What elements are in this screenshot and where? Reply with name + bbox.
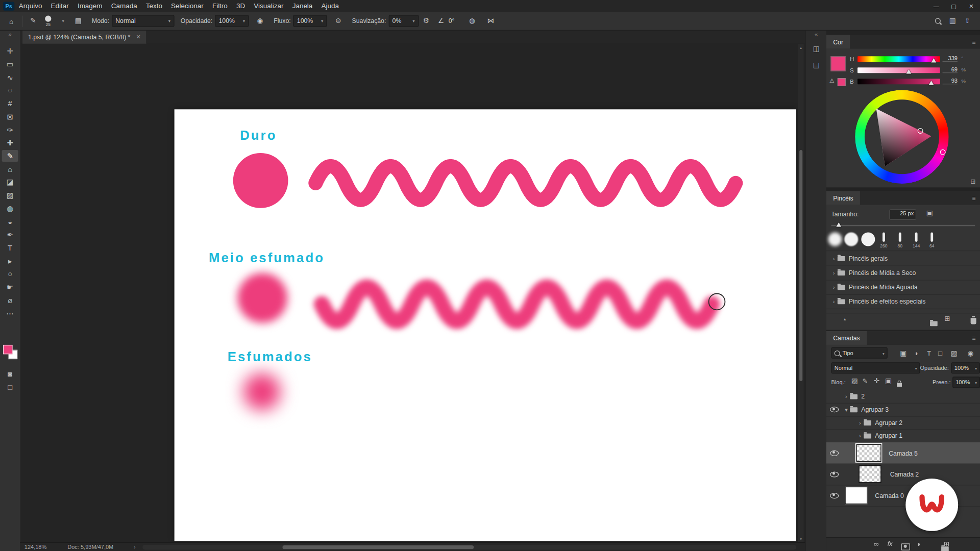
pressure-size-icon[interactable]: ◍ (464, 17, 479, 25)
layer-thumbnail[interactable] (856, 444, 881, 462)
blend-mode-select[interactable]: Normal ▾ (112, 15, 174, 27)
maximize-button[interactable]: ▢ (945, 0, 962, 12)
new-group-icon[interactable] (930, 321, 938, 326)
active-tool-icon[interactable]: ✎ (26, 17, 40, 25)
horizontal-scrollbar-thumb[interactable] (282, 545, 474, 549)
visibility-cell[interactable] (826, 407, 843, 412)
panel-menu-icon[interactable]: ≡ (972, 194, 975, 201)
layer-row-camada-2[interactable]: Camada 2 (826, 464, 980, 486)
tab-cor[interactable]: Cor (826, 35, 850, 49)
edit-toolbar-icon[interactable]: ⋯ (2, 307, 18, 319)
eyedropper-tool[interactable]: ✑ (2, 123, 18, 135)
hue-slider-handle[interactable] (931, 58, 936, 63)
brush-tip-preview[interactable] (930, 233, 933, 242)
menu-editar[interactable]: Editar (46, 0, 73, 12)
brush-folder-midia-seco[interactable]: › Pincéis de Mídia a Seco (826, 265, 980, 280)
layer-thumbnail[interactable] (845, 487, 868, 504)
layer-row-agrupar-2[interactable]: › Agrupar 2 (826, 416, 980, 430)
lock-pixels-icon[interactable]: ✎ (863, 377, 868, 384)
menu-arquivo[interactable]: Arquivo (14, 0, 46, 12)
layer-name[interactable]: Camada 5 (889, 449, 917, 456)
eye-icon[interactable] (830, 493, 839, 498)
layer-filter-select[interactable]: Tipo ▾ (831, 347, 888, 359)
libraries-panel-icon[interactable]: ▤ (810, 59, 822, 71)
filter-pixel-icon[interactable]: ▣ (900, 349, 906, 357)
document-canvas[interactable]: Duro Meio esfumado Esfumados (175, 109, 796, 541)
blur-tool[interactable]: ◍ (2, 203, 18, 214)
brush-size-slider-handle[interactable] (836, 222, 841, 227)
visibility-cell[interactable] (826, 471, 843, 477)
layer-name[interactable]: Agrupar 2 (875, 419, 902, 426)
color-wheel[interactable] (855, 90, 949, 184)
layer-opacity-select[interactable]: 100% ▾ (951, 362, 980, 373)
new-brush-from-settings-icon[interactable]: ▣ (926, 209, 933, 217)
gradient-tool[interactable]: ▨ (2, 189, 18, 201)
symmetry-butterfly-icon[interactable]: ⋈ (483, 17, 498, 25)
new-brush-icon[interactable]: ⊞ (944, 315, 950, 323)
type-tool[interactable]: T (2, 242, 18, 254)
layer-row-camada-5[interactable]: Camada 5 (826, 442, 980, 464)
healing-brush-tool[interactable]: ✚ (2, 137, 18, 148)
close-button[interactable]: ✕ (963, 0, 980, 12)
brush-size-slider[interactable] (831, 225, 975, 226)
canvas-area[interactable]: Duro Meio esfumado Esfumados ▴ ▾ (20, 44, 805, 542)
panel-menu-icon[interactable]: ≡ (972, 38, 975, 45)
pen-tool[interactable]: ✒ (2, 229, 18, 240)
path-selection-tool[interactable]: ▸ (2, 255, 18, 267)
group-chevron-icon[interactable]: ▾ (843, 407, 850, 413)
smoothing-select[interactable]: 0% ▾ (388, 15, 419, 27)
layer-name[interactable]: Agrupar 1 (875, 432, 902, 439)
dodge-tool[interactable]: ◒ (2, 215, 18, 227)
brightness-value[interactable]: 93 (943, 78, 958, 84)
eraser-tool[interactable]: ◪ (2, 176, 18, 188)
home-icon[interactable]: ⌂ (4, 17, 18, 25)
brush-tip-preview[interactable] (915, 233, 918, 242)
layer-row-group-2[interactable]: › 2 (826, 390, 980, 404)
brush-size-input[interactable]: 25 px (889, 209, 916, 220)
tab-camadas[interactable]: Camadas (826, 331, 867, 345)
gear-icon[interactable]: ⚙ (419, 17, 433, 25)
tab-pinceis[interactable]: Pincéis (826, 191, 860, 205)
opacity-select[interactable]: 100% ▾ (215, 15, 249, 27)
menu-texto[interactable]: Texto (141, 0, 166, 12)
group-chevron-icon[interactable]: › (843, 393, 850, 399)
lock-artboard-icon[interactable]: ▣ (885, 377, 892, 385)
hue-ring-marker[interactable] (940, 149, 946, 155)
saturation-slider-handle[interactable] (906, 69, 912, 74)
color-grid-icon[interactable]: ⊞ (970, 178, 975, 185)
crop-tool[interactable]: # (2, 97, 18, 109)
chevron-right-icon[interactable]: › (830, 284, 838, 290)
layer-name[interactable]: Camada 0 (875, 492, 903, 498)
layer-row-agrupar-3[interactable]: ▾ Agrupar 3 (826, 403, 980, 417)
properties-panel-icon[interactable]: ◫ (810, 42, 822, 55)
chevron-down-icon[interactable]: ▾ (56, 18, 70, 23)
brush-preset-picker[interactable]: 25 (41, 15, 56, 27)
triangle-marker[interactable] (918, 128, 923, 134)
pressure-opacity-icon[interactable]: ◉ (253, 17, 267, 25)
horizontal-scrollbar[interactable] (142, 545, 796, 550)
clone-stamp-tool[interactable]: ⌂ (2, 163, 18, 175)
search-icon[interactable] (930, 17, 945, 25)
vertical-scrollbar[interactable]: ▴ ▾ (798, 44, 804, 542)
menu-selecionar[interactable]: Selecionar (167, 0, 208, 12)
trash-icon[interactable] (971, 318, 976, 324)
minimize-button[interactable]: — (927, 0, 945, 12)
menu-imagem[interactable]: Imagem (73, 0, 107, 12)
brush-tool[interactable]: ✎ (2, 150, 18, 162)
gamut-warning-icon[interactable]: ⚠ (829, 78, 835, 84)
filter-smart-object-icon[interactable]: ▨ (950, 349, 957, 357)
chevron-right-icon[interactable]: › (830, 255, 838, 261)
menu-ajuda[interactable]: Ajuda (317, 0, 344, 12)
chevron-right-icon[interactable]: › (830, 269, 838, 276)
toolbar-expand-icon[interactable]: » (9, 30, 12, 39)
brightness-slider[interactable] (857, 79, 940, 84)
foreground-color-swatch-large[interactable] (830, 56, 845, 71)
quick-selection-tool[interactable]: ◌ (2, 84, 18, 96)
saturation-value[interactable]: 69 (943, 66, 958, 73)
group-chevron-icon[interactable]: › (856, 433, 864, 439)
menu-3d[interactable]: 3D (232, 0, 249, 12)
status-chevron-icon[interactable]: › (134, 544, 136, 550)
hand-tool[interactable]: ☛ (2, 281, 18, 293)
menu-visualizar[interactable]: Visualizar (250, 0, 288, 12)
layer-effects-icon[interactable]: fx (888, 540, 893, 547)
